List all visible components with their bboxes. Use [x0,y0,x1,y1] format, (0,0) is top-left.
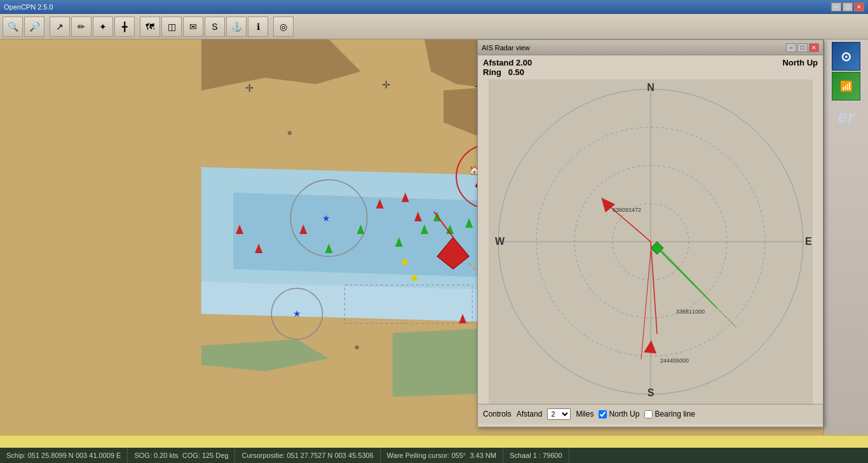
ring-value: 0.50 [504,67,525,77]
ais-radar-title: AIS Radar view [482,44,530,52]
info-bar: Schip: 051 25.8099 N 003 41.0009 E SOG: … [0,448,868,463]
info-button[interactable]: ℹ [248,17,268,37]
radar-display: N S E W 636091472 338811000 [489,79,813,404]
ais-afstand-row: Afstand 2.00 [483,58,532,67]
right-sidebar: ⊙ 📶 er [824,39,868,435]
afstand-label: Afstand [483,58,513,67]
ring-label: Ring [483,67,501,77]
svg-text:E: E [805,236,812,247]
controls-label: Controls [483,410,512,418]
afstand-dropdown[interactable]: 2 4 8 16 [547,408,571,420]
settings-button[interactable]: S [205,17,225,37]
svg-text:⊕: ⊕ [355,344,360,350]
cursor-tool-button[interactable]: ✦ [93,17,113,37]
ais-ring-row: Ring 0.50 [483,67,532,77]
bearing-info: Ware Peiling cursor: 055° 3.43 NM [381,448,503,463]
chart-area[interactable]: ★ ★ ★ ★ [0,39,868,435]
ais-radar-window[interactable]: AIS Radar view − □ ✕ Afstand 2.00 Ring [477,39,824,427]
maximize-button[interactable]: □ [843,3,853,11]
sog-info: SOG: 0.20 kts COG: 125 Deg [128,448,235,463]
svg-text:⊕: ⊕ [287,130,292,136]
close-button[interactable]: ✕ [854,3,864,11]
north-up-checkbox-label[interactable]: North Up [599,410,639,418]
mark-tool-button[interactable]: ✏ [71,17,92,37]
ais-close-button[interactable]: ✕ [809,43,819,52]
minimize-button[interactable]: − [831,3,841,11]
ais-distance-info: Afstand 2.00 Ring 0.50 [483,58,532,77]
bearing-line-checkbox[interactable] [644,410,653,418]
miles-label: Miles [576,410,593,418]
progress-statusbar [0,435,868,448]
svg-text:244455000: 244455000 [660,357,689,364]
ais-controls-panel: Controls Afstand 2 4 8 16 Miles North Up… [478,404,823,424]
layers-button[interactable]: ◫ [161,17,182,37]
ais-info-panel: Afstand 2.00 Ring 0.50 North Up [478,55,823,79]
route-tool-button[interactable]: ↗ [50,17,70,37]
status-progress [0,436,521,448]
north-up-indicator: North Up [782,58,818,67]
north-up-checkbox[interactable] [599,410,607,418]
svg-text:W: W [495,236,505,247]
gps-status-icon: 📶 [832,72,860,100]
zoom-out-button[interactable]: 🔎 [24,17,44,37]
svg-text:338811000: 338811000 [676,308,705,315]
svg-rect-45 [412,275,417,280]
svg-text:636091472: 636091472 [613,207,641,213]
main-toolbar: 🔍 🔎 ↗ ✏ ✦ ╋ 🗺 ◫ ✉ S ⚓ ℹ ◎ [0,14,868,39]
anchor-button[interactable]: ⚓ [226,17,247,37]
app-watermark: er [837,107,854,127]
main-area: ★ ★ ★ ★ [0,39,868,435]
app-title: OpenCPN 2.5.0 [4,3,53,11]
cursor-position-info: Cursorpositie: 051 27.7527 N 003 45.5306 [235,448,380,463]
bearing-line-checkbox-label[interactable]: Bearing line [644,410,695,418]
svg-rect-44 [402,259,407,265]
ais-window-controls: − □ ✕ [786,43,819,52]
svg-text:✛: ✛ [382,79,390,90]
gps-button[interactable]: ◎ [273,17,294,37]
svg-text:✛: ✛ [245,82,254,93]
scale-info: Schaal 1 : 79600 [503,448,569,463]
opencpn-logo: ⊙ [832,42,860,71]
ais-minimize-button[interactable]: − [786,43,796,52]
afstand-control-label: Afstand [517,410,543,418]
svg-text:★: ★ [293,308,301,319]
svg-text:S: S [647,387,654,398]
ais-maximize-button[interactable]: □ [797,43,808,52]
zoom-in-button[interactable]: 🔍 [3,17,23,37]
app-titlebar: OpenCPN 2.5.0 − □ ✕ [0,0,868,14]
radar-svg: N S E W 636091472 338811000 [489,79,813,404]
svg-text:N: N [647,82,654,93]
window-controls: − □ ✕ [831,3,864,11]
ais-radar-titlebar: AIS Radar view − □ ✕ [478,40,823,55]
afstand-value: 2.00 [516,58,532,67]
waypoint-tool-button[interactable]: ╋ [114,17,135,37]
email-button[interactable]: ✉ [183,17,203,37]
svg-text:★: ★ [322,213,330,223]
ship-position-info: Schip: 051 25.8099 N 003 41.0009 E [0,448,128,463]
open-chart-button[interactable]: 🗺 [140,17,160,37]
